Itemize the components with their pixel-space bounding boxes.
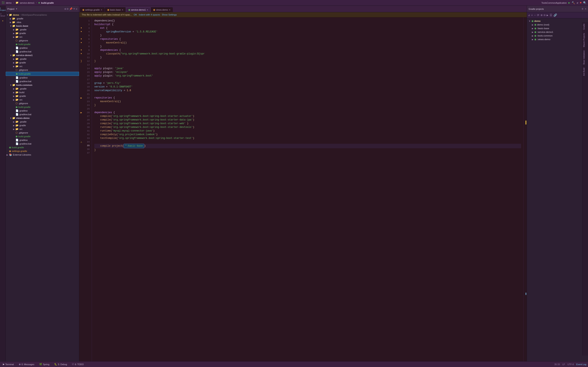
favorites-tool-icon[interactable]: ★ (0, 18, 6, 23)
gradle-item-tools-common[interactable]: ▶ ◉ :tools-common (527, 34, 588, 38)
gradle-item-demo-root[interactable]: ▼ ◉ demo (527, 19, 588, 23)
search-everywhere-icon[interactable]: 🔍 (583, 1, 586, 4)
tree-item-basic-src[interactable]: ▶ 📂 src (6, 35, 79, 39)
terminal-tab[interactable]: ▶ Terminal (2, 363, 15, 366)
reload-icon[interactable]: ↺ (577, 1, 578, 4)
tree-item-tools-gradlew[interactable]: ▶ 📄 gradlew (6, 109, 79, 113)
tab-basic-base[interactable]: ◉ basic-base ✕ (105, 7, 126, 12)
show-settings-link[interactable]: Show Settings (162, 13, 177, 16)
tree-item-external-libs[interactable]: ▶ 📚 External Libraries (6, 153, 79, 157)
tree-item-basic-gradlefolder[interactable]: ▶ 📂 gradle (6, 31, 79, 35)
tree-item-basic-gradlewbat[interactable]: ▶ 📄 gradlew.bat (6, 50, 79, 53)
ant-build-side-label[interactable]: Ant Build (582, 66, 588, 77)
tree-item-basic-gradlew[interactable]: ▶ 📄 gradlew (6, 46, 79, 50)
tree-item-tools-gradle[interactable]: ▶ 📂 .gradle (6, 87, 79, 91)
tree-item-views-src[interactable]: ▶ 📂 src (6, 127, 79, 131)
ok-link[interactable]: OK (134, 13, 137, 16)
debug-tab[interactable]: 🐛 5: Debug (53, 363, 68, 366)
gradle-item-service-demo1[interactable]: ▶ ◉ :service-demo1 (527, 30, 588, 34)
project-tool-icon[interactable]: 1Project (0, 7, 6, 12)
tree-item-basic-buildgradle[interactable]: ▶ ◉ build.gradle (6, 42, 79, 46)
gradle-refresh-icon[interactable]: ↺ (528, 13, 530, 17)
structure-tool-icon[interactable]: 2Struct (0, 12, 6, 17)
tree-item-basic-gradle[interactable]: ▶ 📂 .gradle (6, 28, 79, 31)
gradle-add-icon[interactable]: + (531, 14, 533, 17)
cursor-position: 35:33 (554, 363, 560, 366)
gradle-item-demo-entry[interactable]: ▶ ◉ demo (root) (527, 23, 588, 26)
layout-icon[interactable]: ⊟ (67, 7, 69, 11)
spring-tab[interactable]: 🌿 Spring (38, 363, 51, 366)
gradle-item-views-demo[interactable]: ▶ ◉ :views-demo (527, 38, 588, 41)
indent-link[interactable]: Indent with 4 spaces (139, 13, 160, 16)
tab-close-basic[interactable]: ✕ (122, 9, 123, 11)
todo-tab[interactable]: ☑ 6: TODO (71, 363, 85, 366)
build-icon[interactable]: 🔨 (572, 1, 575, 4)
tree-item-tools-gradle2[interactable]: ▶ 📂 gradle (6, 94, 79, 98)
gradle-link-icon[interactable]: 🔗 (553, 13, 557, 17)
tree-item-basic-base[interactable]: ▼ 📁 basic-base (6, 24, 79, 28)
tree-item-demo-root[interactable]: ▼ 📁 demo ~/WorkSpace/Personal/demo (6, 13, 79, 17)
tree-item-root-buildgradle[interactable]: ▶ ◉ build.gradle (6, 146, 79, 149)
close-panel-icon[interactable]: ✕ (76, 7, 77, 11)
tree-item-svc-gitignore[interactable]: ▶ ⬡ .gitignore (6, 68, 79, 72)
tree-item-tools-gitignore[interactable]: ▶ ⬡ .gitignore (6, 101, 79, 105)
event-log[interactable]: Event Log (576, 363, 586, 366)
tree-item-svc-src[interactable]: ▶ 📂 src (6, 64, 79, 68)
gradle-minus-icon[interactable]: − (534, 14, 536, 17)
code-editor[interactable]: dependencies{} buildscript { ext { sprin… (92, 17, 523, 361)
stop-icon[interactable]: ■ (580, 1, 581, 4)
fold-marker-12[interactable]: } (80, 60, 82, 63)
gradle-reload-icon[interactable]: ⟳ (537, 13, 539, 17)
fold-marker-22[interactable]: ▶ (80, 96, 82, 100)
tree-item-basic-gitignore[interactable]: ▶ ⬡ .gitignore (6, 39, 79, 42)
gradle-task-icon[interactable]: ▶ (546, 13, 548, 17)
tree-item-service-demo1[interactable]: ▼ 📁 service-demo1 (6, 53, 79, 57)
bean-validation-side-label[interactable]: Bean Validation (582, 49, 588, 66)
tree-item-root-settings[interactable]: ▶ ◉ settings.gradle (6, 149, 79, 153)
code-line-35[interactable]: compile project(":basic-base) (94, 144, 521, 148)
tab-views-demo[interactable]: ◉ views-demo ✕ (151, 7, 173, 12)
tree-item-tools-buildgradle[interactable]: ▶ ◉ build.gradle (6, 105, 79, 109)
tree-item-views-gradlewbat[interactable]: ▶ 📄 gradlew.bat (6, 142, 79, 146)
tree-item-tools-src[interactable]: ▶ 📂 src (6, 98, 79, 101)
gradle-settings-icon[interactable]: ⚙ (582, 7, 583, 10)
tree-item-svc-gradlefolder[interactable]: ▶ 📂 gradle (6, 61, 79, 64)
tree-item-tools-gradlewbat[interactable]: ▶ 📄 gradlew.bat (6, 113, 79, 116)
tab-service-demo1[interactable]: ◉ service-demo1 ✕ (126, 7, 150, 12)
tab-close-settings[interactable]: ✕ (101, 9, 102, 11)
project-dropdown-icon[interactable]: ▼ (16, 8, 17, 10)
module-folder-icon: 📁 (12, 83, 15, 86)
tree-item-svc-gradlew[interactable]: ▶ 📄 gradlew (6, 76, 79, 80)
tree-item-views-buildgradle[interactable]: ▶ ◉ build.gradle (6, 134, 79, 138)
tree-item-svc-gradlewbat[interactable]: ▶ 📄 gradlew.bat (6, 80, 79, 83)
gradle-collapse-icon[interactable]: ⊟ (544, 13, 545, 17)
tree-item-svc-gradle[interactable]: ▶ 📂 .gradle (6, 57, 79, 61)
gradle-filter-icon[interactable]: ☰ (550, 13, 552, 17)
tab-close-service[interactable]: ✕ (147, 9, 148, 11)
settings-icon[interactable]: ≡ (73, 7, 75, 11)
gradle-close-icon[interactable]: ✕ (585, 7, 586, 10)
fold-marker-26[interactable]: ▶ (80, 111, 82, 114)
tree-item-views-gitignore[interactable]: ▶ ⬡ .gitignore (6, 131, 79, 134)
tree-item-tools-build[interactable]: ▶ 📂 build (6, 91, 79, 94)
messages-tab[interactable]: ◉ 0: Messages (17, 363, 35, 366)
tree-item-views-gradle2[interactable]: ▶ 📂 gradle (6, 124, 79, 127)
folder-icon: 📂 (16, 35, 18, 38)
gradle-item-basic-base[interactable]: ▶ ◉ :basic-base (527, 26, 588, 30)
tree-item-views-gradlew[interactable]: ▶ 📄 gradlew (6, 138, 79, 142)
pin-icon[interactable]: 📌 (69, 7, 72, 11)
tab-settings-gradle[interactable]: ◉ settings.gradle ✕ (80, 7, 104, 12)
tree-item-views-demo[interactable]: ▼ 📁 views-demo (6, 116, 79, 120)
app-selector[interactable]: ToolsCommonApplication (541, 2, 567, 4)
tab-close-views[interactable]: ✕ (169, 9, 171, 11)
tree-item-views-gradle[interactable]: ▶ 📂 .gradle (6, 120, 79, 124)
gradle-side-label[interactable]: Gradle (582, 22, 588, 31)
gear-icon[interactable]: ⚙ (65, 7, 66, 11)
maven-side-label[interactable]: Maven Projects (582, 31, 588, 49)
run-button[interactable]: ▶ (568, 1, 570, 4)
tree-item-gradle-hidden[interactable]: ▶ 📂 .gradle (6, 17, 79, 20)
tree-item-svc-buildgradle[interactable]: ▶ ◉ build.gradle (6, 72, 79, 76)
tree-item-idea[interactable]: ▶ 📂 .idea (6, 20, 79, 24)
tree-item-tools-common[interactable]: ▼ 📁 tools-common (6, 83, 79, 87)
gradle-expand-icon[interactable]: ⊞ (541, 13, 542, 17)
